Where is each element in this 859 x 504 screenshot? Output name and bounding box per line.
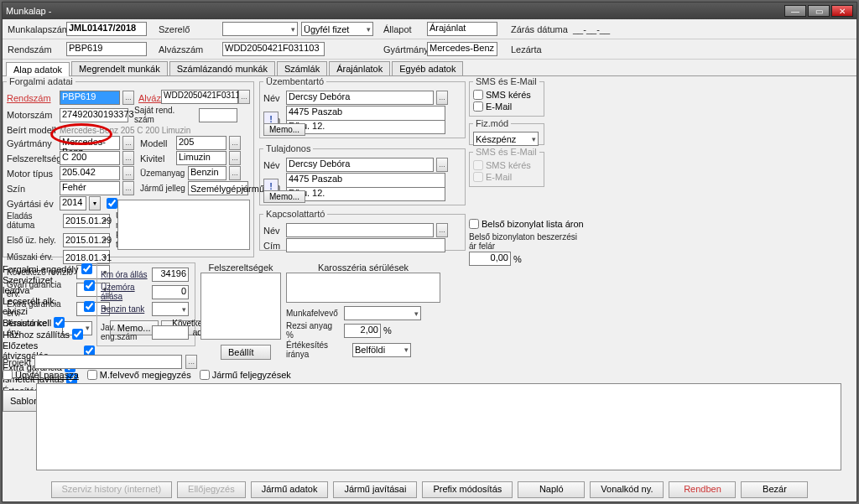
sms2-chk: SMS kérés — [473, 160, 531, 170]
km-l[interactable]: Km óra állás — [101, 270, 149, 279]
chk-berauto[interactable] — [54, 317, 65, 328]
chk-hazhoz-l: Házhoz szállítás — [3, 330, 70, 340]
ertek-l: Értékesítés iránya — [286, 340, 350, 359]
fa-modell[interactable]: 205 — [176, 136, 226, 150]
fa-uzemanyag[interactable]: Benzin — [188, 166, 226, 180]
tab-szamlazando[interactable]: Számlázandó munkák — [169, 61, 275, 75]
btn-rendben[interactable]: Rendben — [669, 481, 736, 498]
forgalmi-fieldset: Forgalmi adatai Rendszám PBP619 … Alvázs… — [3, 76, 254, 257]
chk-jarmu[interactable]: Jármű feljegyzések — [200, 370, 291, 380]
felsz-listbox[interactable] — [200, 273, 281, 340]
fa-gye-spin[interactable]: ▾ — [89, 196, 101, 210]
benzin-combo[interactable] — [152, 302, 189, 316]
fa-motor-l: Motorszám — [7, 110, 57, 120]
munkalapszam-field: JML01417/2018 — [66, 22, 147, 36]
fa-alvazszam[interactable]: WDD2050421F031103 — [161, 90, 238, 104]
email-chk[interactable]: E-Mail — [473, 101, 512, 112]
fa-kivitel[interactable]: Limuzin — [176, 151, 226, 165]
chk-mfelvevo[interactable]: M.felvevő megjegyzés — [87, 370, 191, 380]
fa-felsz-pick[interactable]: … — [122, 151, 134, 165]
fa-eladas[interactable]: 2015.01.29 — [63, 214, 110, 228]
tab-megrendelt[interactable]: Megrendelt munkák — [71, 61, 168, 75]
ub-nev[interactable]: Dercsy Debóra — [286, 91, 434, 105]
tu-nev[interactable]: Dercsy Debóra — [286, 158, 434, 172]
fa-alvaz-pick[interactable]: … — [238, 90, 250, 104]
fa-gyart-pick[interactable]: … — [122, 136, 134, 150]
close-button[interactable]: ✕ — [831, 5, 853, 17]
uzem-val[interactable]: 0 — [152, 285, 189, 299]
fa-motorszam[interactable]: 27492030193373 — [60, 108, 128, 122]
fa-listbox[interactable] — [117, 200, 250, 250]
fa-rogzitve-chk[interactable] — [107, 198, 117, 209]
benzin-l[interactable]: Benzin tank — [101, 304, 149, 314]
tu-pick[interactable]: … — [436, 158, 448, 172]
btn-jarmu-adatok[interactable]: Jármű adatok — [251, 481, 329, 498]
tab-alap-adatok[interactable]: Alap adatok — [6, 62, 70, 76]
uzem-l[interactable]: Üzemóra állása — [101, 283, 149, 301]
maximize-button[interactable]: ▭ — [808, 5, 830, 17]
fa-rendszam[interactable]: PBP619 — [60, 91, 120, 105]
minimize-button[interactable]: — — [784, 5, 806, 17]
content-area: Forgalmi adatai Rendszám PBP619 … Alvázs… — [3, 76, 856, 491]
btn-bezar[interactable]: Bezár — [741, 481, 808, 498]
projekt-field[interactable] — [34, 355, 182, 369]
tab-arajanlatok[interactable]: Árajánlatok — [329, 61, 390, 75]
fa-felsz[interactable]: C 200 — [60, 151, 120, 165]
btn-prefix[interactable]: Prefix módosítás — [422, 481, 513, 498]
fa-motor-tipus[interactable]: 205.042 — [60, 166, 120, 180]
rezsi-val[interactable]: 2,00 — [344, 324, 381, 338]
fa-sajat[interactable] — [199, 108, 237, 122]
kp-pick[interactable]: … — [436, 223, 448, 237]
fa-jarmu-jelleg[interactable]: Személygépjármű — [188, 181, 248, 195]
felsz-col: Felszereltségek — [200, 262, 281, 340]
szerelo-combo[interactable] — [222, 22, 298, 36]
karossz-listbox[interactable] — [286, 273, 440, 303]
km-val[interactable]: 34196 — [152, 268, 189, 282]
fa-rendszam-l[interactable]: Rendszám — [7, 93, 57, 103]
fa-mt-pick[interactable]: … — [122, 166, 134, 180]
fa-uzem-pick[interactable]: … — [229, 166, 241, 180]
tab-egyeb[interactable]: Egyéb adatok — [392, 61, 463, 75]
btn-vonalkod[interactable]: Vonalkód ny. — [590, 481, 664, 498]
chk-panasza[interactable]: Ügyfél panasza — [3, 370, 79, 380]
fa-gyart-l: Gyártmány — [7, 138, 57, 148]
ub-memo-btn[interactable]: Memo... — [263, 123, 305, 136]
fa-kivitel-pick[interactable]: … — [229, 151, 241, 165]
fizmod-combo[interactable]: Készpénz — [473, 132, 539, 146]
projekt-row: Projekt … — [3, 355, 197, 369]
fa-gye-l: Gyártási év — [7, 199, 57, 209]
fa-szin-pick[interactable]: … — [122, 181, 134, 195]
kp-nev[interactable] — [286, 223, 434, 237]
chk-szerviz[interactable] — [84, 280, 95, 291]
beallit-btn[interactable]: Beállít — [221, 345, 271, 360]
fa-szin[interactable]: Fehér — [60, 181, 120, 195]
fa-gyartmany[interactable]: Mercedes-Benz — [60, 136, 120, 150]
jav-eng-l: Jav. eng.szám — [101, 323, 149, 341]
btn-naplo[interactable]: Napló — [518, 481, 585, 498]
fa-rendszam-pick[interactable]: … — [122, 91, 134, 105]
sms-chk[interactable]: SMS kérés — [473, 90, 531, 100]
chk-hazhoz[interactable] — [72, 329, 83, 340]
tu-cim2: Fő u. 12. — [286, 187, 445, 201]
jav-eng[interactable] — [152, 325, 189, 340]
notes-textarea[interactable] — [36, 383, 841, 470]
fa-modell-pick[interactable]: … — [229, 136, 241, 150]
ub-nev-pick[interactable]: … — [436, 91, 448, 105]
kp-nev-l: Név — [263, 226, 284, 236]
fa-gyartasi-ev[interactable]: 2014 — [60, 196, 86, 210]
tu-memo-btn[interactable]: Memo... — [263, 190, 305, 203]
fa-elso-uz[interactable]: 2015.01.29 — [63, 233, 110, 247]
tab-szamlak[interactable]: Számlák — [277, 61, 327, 75]
projekt-pick[interactable]: … — [185, 355, 197, 369]
chk-forg-eng[interactable] — [81, 263, 92, 274]
munkafelv-combo[interactable] — [344, 306, 421, 320]
chk-lecserelt[interactable] — [84, 301, 95, 312]
ertek-combo[interactable]: Belföldi — [352, 343, 411, 357]
btn-szerviz-history: Szerviz history (internet) — [51, 481, 173, 498]
belso-val[interactable]: 0,00 — [469, 252, 511, 266]
btn-jarmu-javitasai[interactable]: Jármű javításai — [333, 481, 417, 498]
ugyfel-fizet-combo[interactable]: Ügyfél fizet — [301, 22, 373, 36]
belso-chk[interactable]: Belső bizonylat lista áron — [469, 219, 584, 229]
zaras-val: __-__-__ — [573, 24, 615, 34]
karossz-label: Karosszéria sérülések — [286, 262, 440, 273]
